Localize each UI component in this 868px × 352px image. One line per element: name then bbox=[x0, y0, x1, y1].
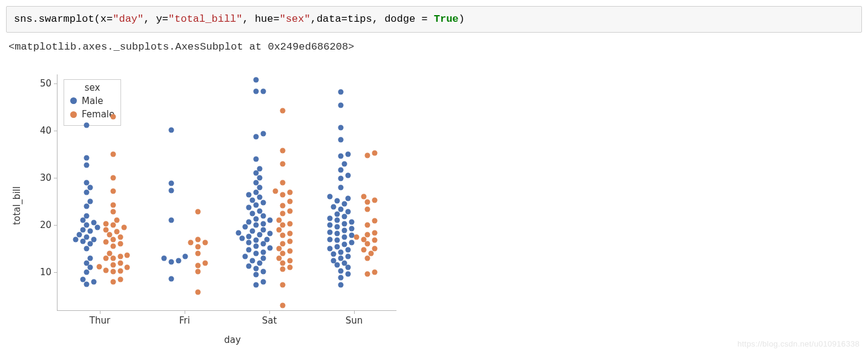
data-point bbox=[111, 279, 116, 284]
data-point bbox=[345, 253, 350, 259]
axes-area: sex Male Female 1020304050ThurFriSatSun bbox=[57, 74, 396, 311]
data-point bbox=[349, 219, 354, 224]
data-point bbox=[254, 238, 259, 243]
data-point bbox=[280, 233, 286, 238]
data-point bbox=[260, 200, 266, 205]
data-point bbox=[335, 262, 340, 268]
data-point bbox=[280, 282, 286, 288]
data-point bbox=[335, 218, 340, 223]
data-point bbox=[354, 234, 360, 240]
data-point bbox=[277, 227, 282, 232]
data-point bbox=[365, 152, 370, 158]
data-point bbox=[280, 148, 286, 153]
data-point bbox=[107, 250, 113, 256]
data-point bbox=[338, 125, 344, 131]
xtick-label: Thur bbox=[90, 315, 110, 326]
data-point bbox=[280, 267, 286, 272]
data-point bbox=[84, 180, 90, 185]
data-point bbox=[260, 255, 266, 261]
data-point bbox=[235, 230, 241, 235]
legend-item-female: Female bbox=[70, 108, 114, 122]
data-point bbox=[111, 269, 116, 275]
data-point bbox=[169, 180, 174, 186]
data-point bbox=[246, 247, 252, 252]
data-point bbox=[287, 239, 292, 244]
data-point bbox=[176, 258, 181, 263]
data-point bbox=[125, 265, 130, 270]
data-point bbox=[84, 213, 90, 218]
data-point bbox=[111, 244, 116, 249]
data-point bbox=[335, 224, 340, 230]
data-point bbox=[361, 194, 367, 200]
data-point bbox=[254, 171, 259, 176]
data-point bbox=[73, 236, 79, 242]
data-point bbox=[345, 247, 350, 252]
ytick-label: 50 bbox=[40, 78, 51, 89]
data-point bbox=[257, 208, 262, 213]
xtick-label: Sat bbox=[262, 315, 277, 326]
data-point bbox=[280, 211, 286, 217]
data-point bbox=[114, 229, 119, 235]
data-point bbox=[246, 219, 252, 224]
data-point bbox=[104, 267, 109, 273]
data-point bbox=[104, 255, 109, 261]
data-point bbox=[338, 102, 344, 108]
data-point bbox=[196, 209, 201, 215]
data-point bbox=[372, 197, 377, 203]
data-point bbox=[349, 240, 354, 245]
data-point bbox=[257, 184, 262, 190]
data-point bbox=[327, 194, 333, 200]
data-point bbox=[125, 253, 130, 258]
data-point bbox=[338, 282, 344, 288]
data-point bbox=[257, 175, 262, 181]
data-point bbox=[111, 152, 116, 157]
xtick-label: Sun bbox=[346, 315, 363, 326]
data-point bbox=[84, 260, 90, 266]
data-point bbox=[254, 272, 259, 278]
swarmplot-figure: total_bill day sex Male Female 102030405… bbox=[10, 64, 409, 348]
data-point bbox=[117, 276, 123, 282]
data-point bbox=[239, 235, 245, 241]
data-point bbox=[372, 150, 377, 155]
data-point bbox=[338, 249, 344, 255]
legend-label-male: Male bbox=[82, 94, 104, 108]
data-point bbox=[287, 258, 292, 263]
data-point bbox=[257, 195, 262, 200]
data-point bbox=[327, 229, 333, 235]
data-point bbox=[338, 175, 344, 181]
data-point bbox=[280, 223, 286, 228]
data-point bbox=[257, 260, 262, 266]
data-point bbox=[243, 253, 248, 259]
legend-label-female: Female bbox=[82, 108, 114, 122]
data-point bbox=[81, 239, 86, 244]
data-point bbox=[81, 276, 86, 282]
data-point bbox=[117, 241, 123, 247]
data-point bbox=[183, 253, 188, 259]
data-point bbox=[87, 265, 93, 270]
data-point bbox=[104, 227, 109, 232]
data-point bbox=[268, 231, 273, 236]
data-point bbox=[254, 250, 259, 256]
data-point bbox=[84, 246, 90, 252]
data-point bbox=[196, 289, 201, 295]
data-point bbox=[94, 225, 100, 230]
data-point bbox=[335, 244, 340, 249]
data-point bbox=[345, 196, 350, 201]
data-point bbox=[365, 223, 370, 228]
data-point bbox=[338, 255, 344, 261]
data-point bbox=[111, 262, 116, 268]
ytick-label: 20 bbox=[40, 220, 51, 230]
data-point bbox=[246, 205, 252, 210]
data-point bbox=[81, 218, 86, 223]
data-point bbox=[277, 246, 282, 252]
data-point bbox=[280, 250, 286, 256]
data-point bbox=[365, 232, 370, 237]
data-point bbox=[341, 228, 347, 233]
data-point bbox=[277, 255, 282, 261]
data-point bbox=[196, 263, 201, 269]
data-point bbox=[273, 188, 278, 194]
data-point bbox=[117, 234, 123, 240]
data-point bbox=[287, 249, 292, 254]
data-point bbox=[365, 255, 370, 261]
data-point bbox=[280, 260, 286, 266]
